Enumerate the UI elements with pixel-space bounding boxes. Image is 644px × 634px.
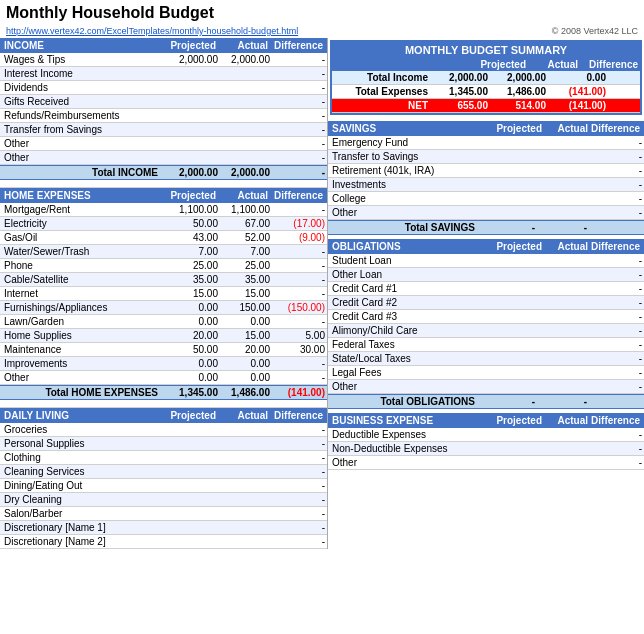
row-projected bbox=[162, 457, 220, 459]
row-diff: - bbox=[272, 287, 327, 300]
row-diff: - bbox=[589, 178, 644, 191]
row-diff: - bbox=[272, 245, 327, 258]
business-expense-title: BUSINESS EXPENSE bbox=[332, 415, 484, 426]
row-actual bbox=[537, 260, 589, 262]
home-actual-col: Actual bbox=[216, 190, 268, 201]
row-diff: - bbox=[272, 451, 327, 464]
row-label: Gas/Oil bbox=[0, 231, 162, 244]
table-row: Credit Card #3- bbox=[328, 310, 644, 324]
table-row: Improvements0.000.00- bbox=[0, 357, 327, 371]
home-projected-col: Projected bbox=[158, 190, 216, 201]
row-label: Dining/Eating Out bbox=[0, 479, 162, 492]
row-actual bbox=[220, 157, 272, 159]
row-projected bbox=[162, 157, 220, 159]
table-row: Mortgage/Rent1,100.001,100.00- bbox=[0, 203, 327, 217]
obligations-total-diff bbox=[589, 401, 644, 403]
table-row: Other- bbox=[328, 380, 644, 394]
row-projected bbox=[162, 499, 220, 501]
row-actual bbox=[220, 457, 272, 459]
row-diff: (17.00) bbox=[272, 217, 327, 230]
row-label: Legal Fees bbox=[328, 366, 479, 379]
obligations-section: OBLIGATIONS Projected Actual Difference … bbox=[328, 239, 644, 409]
summary-cols: Projected Actual Difference bbox=[332, 58, 640, 71]
home-total-label: Total HOME EXPENSES bbox=[0, 386, 162, 399]
row-actual bbox=[537, 358, 589, 360]
row-actual: 25.00 bbox=[220, 259, 272, 272]
income-total-row: Total INCOME 2,000.00 2,000.00 - bbox=[0, 165, 327, 180]
row-actual bbox=[220, 143, 272, 145]
row-projected bbox=[162, 443, 220, 445]
table-row: Deductible Expenses- bbox=[328, 428, 644, 442]
obligations-total-projected: - bbox=[479, 395, 537, 408]
table-row: Other- bbox=[328, 206, 644, 220]
table-row: Clothing- bbox=[0, 451, 327, 465]
table-row: Personal Supplies- bbox=[0, 437, 327, 451]
template-link[interactable]: http://www.vertex42.com/ExcelTemplates/m… bbox=[6, 26, 298, 36]
row-diff: - bbox=[272, 273, 327, 286]
row-actual: 2,000.00 bbox=[220, 53, 272, 66]
table-row: Internet15.0015.00- bbox=[0, 287, 327, 301]
row-projected: 15.00 bbox=[162, 287, 220, 300]
row-projected: 25.00 bbox=[162, 259, 220, 272]
obligations-total-actual: - bbox=[537, 395, 589, 408]
income-total-projected: 2,000.00 bbox=[162, 166, 220, 179]
table-row: Cable/Satellite35.0035.00- bbox=[0, 273, 327, 287]
row-label: Dividends bbox=[0, 81, 162, 94]
row-projected bbox=[479, 142, 537, 144]
row-label: Refunds/Reimbursements bbox=[0, 109, 162, 122]
row-diff: - bbox=[272, 259, 327, 272]
table-row: Other Loan- bbox=[328, 268, 644, 282]
row-projected bbox=[479, 156, 537, 158]
row-actual: 20.00 bbox=[220, 343, 272, 356]
obligations-total-row: Total OBLIGATIONS - - bbox=[328, 394, 644, 409]
table-row: Emergency Fund- bbox=[328, 136, 644, 150]
savings-total-projected: - bbox=[479, 221, 537, 234]
table-row: Cleaning Services- bbox=[0, 465, 327, 479]
row-diff: - bbox=[589, 428, 644, 441]
table-row: Furnishings/Appliances0.00150.00(150.00) bbox=[0, 301, 327, 315]
row-label: Maintenance bbox=[0, 343, 162, 356]
summary-diff-col: Difference bbox=[578, 59, 638, 70]
row-actual bbox=[537, 184, 589, 186]
row-projected bbox=[479, 372, 537, 374]
daily-living-section: DAILY LIVING Projected Actual Difference… bbox=[0, 408, 327, 549]
row-actual bbox=[537, 156, 589, 158]
row-actual bbox=[220, 101, 272, 103]
row-actual: 15.00 bbox=[220, 329, 272, 342]
row-diff: - bbox=[589, 206, 644, 219]
row-projected bbox=[479, 344, 537, 346]
row-actual bbox=[537, 198, 589, 200]
row-actual: 52.00 bbox=[220, 231, 272, 244]
summary-row-label: Total Expenses bbox=[332, 85, 432, 98]
summary-projected-col: Projected bbox=[468, 59, 526, 70]
row-label: Other bbox=[0, 137, 162, 150]
row-label: Lawn/Garden bbox=[0, 315, 162, 328]
row-actual bbox=[220, 499, 272, 501]
row-diff: - bbox=[589, 254, 644, 267]
row-label: Dry Cleaning bbox=[0, 493, 162, 506]
row-actual bbox=[220, 73, 272, 75]
row-label: Electricity bbox=[0, 217, 162, 230]
income-title: INCOME bbox=[4, 40, 158, 51]
table-row: Other- bbox=[0, 151, 327, 165]
row-actual: 35.00 bbox=[220, 273, 272, 286]
row-projected bbox=[479, 170, 537, 172]
row-actual bbox=[537, 316, 589, 318]
row-diff: - bbox=[589, 366, 644, 379]
income-section: INCOME Projected Actual Difference Wages… bbox=[0, 38, 327, 188]
row-diff: - bbox=[272, 203, 327, 216]
row-projected: 0.00 bbox=[162, 301, 220, 314]
row-diff: - bbox=[589, 380, 644, 393]
row-projected bbox=[162, 429, 220, 431]
row-actual: 15.00 bbox=[220, 287, 272, 300]
table-row: Phone25.0025.00- bbox=[0, 259, 327, 273]
row-projected bbox=[162, 101, 220, 103]
row-diff: - bbox=[272, 493, 327, 506]
row-label: Phone bbox=[0, 259, 162, 272]
home-expenses-title: HOME EXPENSES bbox=[4, 190, 158, 201]
row-label: Internet bbox=[0, 287, 162, 300]
row-diff: - bbox=[589, 150, 644, 163]
row-label: Transfer to Savings bbox=[328, 150, 479, 163]
row-projected bbox=[479, 386, 537, 388]
row-projected bbox=[162, 143, 220, 145]
